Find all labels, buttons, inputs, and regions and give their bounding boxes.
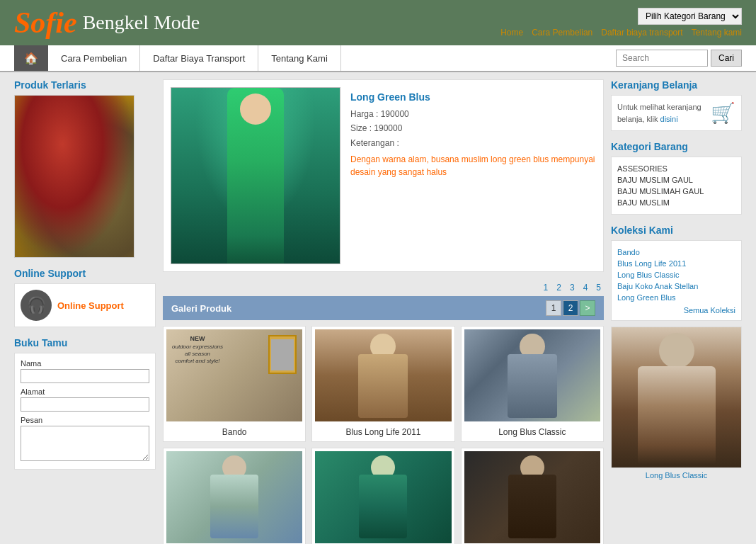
buku-tamu-section: Buku Tamu Nama Alamat Pesan <box>14 337 156 470</box>
gallery-label-blus-long-life[interactable]: Blus Long Life 2011 <box>315 426 451 438</box>
page-1[interactable]: 1 <box>541 282 551 293</box>
gallery-section: Galeri Produk 1 2 > NEWoutdoor expressio… <box>163 296 604 544</box>
koleksi-box: Bando Blus Long Life 2011 Long Blus Clas… <box>611 240 742 321</box>
cart-text: Untuk melihat keranjang belanja, klik di… <box>617 101 706 125</box>
keranjang-title: Keranjang Belanja <box>611 79 742 91</box>
featured-product-desc: Dengan warna alam, busana muslim long gr… <box>350 153 596 178</box>
kategori-baju-muslim[interactable]: BAJU MUSLIM <box>617 197 735 208</box>
keranjang-section: Keranjang Belanja Untuk melihat keranjan… <box>611 79 742 131</box>
koleksi-section: Koleksi Kami Bando Blus Long Life 2011 L… <box>611 225 742 480</box>
kategori-assesories[interactable]: ASSESORIES <box>617 163 735 174</box>
gallery-item-6 <box>461 448 604 544</box>
kategori-baju-muslim-gaul[interactable]: BAJU MUSLIM GAUL <box>617 174 735 186</box>
alamat-input[interactable] <box>21 397 149 412</box>
product-pagination: 1 2 3 4 5 <box>163 279 604 296</box>
product-image-inner <box>15 96 134 257</box>
gallery-img-blus <box>315 329 451 421</box>
cart-text-before: Untuk melihat keranjang belanja, klik <box>617 103 701 123</box>
logo-area: Sofie Bengkel Mode <box>14 6 200 40</box>
cart-link[interactable]: disini <box>660 115 678 123</box>
keranjang-box: Untuk melihat keranjang belanja, klik di… <box>611 95 742 131</box>
featured-image-inner <box>171 88 340 264</box>
tab-biaya-transport[interactable]: Daftar Biaya Transport <box>140 45 258 71</box>
headset-icon <box>21 290 52 321</box>
main-center-content: Long Green Blus Harga : 190000 Size : 19… <box>163 79 604 544</box>
produk-terlaris-section: Produk Terlaris <box>14 79 156 258</box>
page-2[interactable]: 2 <box>554 282 564 293</box>
logo-bengkel: Bengkel Mode <box>83 11 200 34</box>
gallery-page-2[interactable]: 2 <box>563 300 578 316</box>
search-button[interactable]: Cari <box>711 50 742 67</box>
featured-product-title[interactable]: Long Green Blus <box>350 91 596 103</box>
home-icon: 🏠 <box>24 52 38 65</box>
koleksi-baju-koko[interactable]: Baju Koko Anak Stellan <box>617 280 735 292</box>
top-nav-biaya-transport[interactable]: Daftar biaya transport <box>601 28 682 38</box>
top-nav-tentang-kami[interactable]: Tentang kami <box>692 28 742 38</box>
gallery-label-long-blus-classic[interactable]: Long Blus Classic <box>464 426 600 438</box>
main-content: Produk Terlaris Online Support Online Su… <box>0 72 756 544</box>
online-support-box: Online Support <box>14 283 156 327</box>
gallery-img-bando: NEWoutdoor expressionsall seasoncomfort … <box>166 329 302 421</box>
kategori-box: ASSESORIES BAJU MUSLIM GAUL BAJU MUSLIMA… <box>611 157 742 215</box>
top-nav-cara-pembelian[interactable]: Cara Pembelian <box>532 28 592 38</box>
pesan-label: Pesan <box>21 416 149 424</box>
gallery-header: Galeri Produk 1 2 > <box>163 296 604 320</box>
search-area: Cari <box>616 45 742 71</box>
gallery-item-4 <box>163 448 306 544</box>
logo-sofie: Sofie <box>14 6 77 40</box>
buku-tamu-form: Nama Alamat Pesan <box>14 353 156 470</box>
koleksi-long-blus-classic[interactable]: Long Blus Classic <box>617 269 735 280</box>
kategori-title: Kategori Barang <box>611 141 742 152</box>
koleksi-product-image <box>611 327 742 468</box>
gallery-frame-inner <box>271 339 294 370</box>
alamat-label: Alamat <box>21 387 149 396</box>
nama-label: Nama <box>21 359 149 368</box>
category-dropdown[interactable]: Pilih Kategori Barang <box>638 8 742 25</box>
gallery-img-4 <box>166 451 302 543</box>
gallery-grid: NEWoutdoor expressionsall seasoncomfort … <box>163 326 604 544</box>
featured-product-image <box>171 87 340 264</box>
koleksi-bando[interactable]: Bando <box>617 246 735 258</box>
right-sidebar: Keranjang Belanja Untuk melihat keranjan… <box>611 79 742 544</box>
page-5[interactable]: 5 <box>593 282 604 293</box>
koleksi-long-green-blus[interactable]: Long Green Blus <box>617 292 735 303</box>
featured-product-info: Long Green Blus Harga : 190000 Size : 19… <box>350 87 596 264</box>
page-3[interactable]: 3 <box>567 282 578 293</box>
page-4[interactable]: 4 <box>580 282 591 293</box>
search-input[interactable] <box>616 50 708 67</box>
gallery-next-button[interactable]: > <box>580 300 595 316</box>
koleksi-title: Koleksi Kami <box>611 225 742 236</box>
produk-terlaris-title: Produk Terlaris <box>14 79 156 91</box>
kategori-baju-muslimah-gaul[interactable]: BAJU MUSLIMAH GAUL <box>617 186 735 197</box>
kategori-section: Kategori Barang ASSESORIES BAJU MUSLIM G… <box>611 141 742 215</box>
gallery-title: Galeri Produk <box>171 303 231 314</box>
gallery-img-6 <box>464 451 600 543</box>
gallery-img-long-blus <box>464 329 600 421</box>
nama-input[interactable] <box>21 369 149 383</box>
buku-tamu-title: Buku Tamu <box>14 337 156 348</box>
tab-cara-pembelian[interactable]: Cara Pembelian <box>48 45 140 71</box>
category-select[interactable]: Pilih Kategori Barang <box>638 8 742 25</box>
koleksi-blus-long-life[interactable]: Blus Long Life 2011 <box>617 258 735 269</box>
featured-keterangan-label: Keterangan : <box>350 136 596 150</box>
header: Sofie Bengkel Mode Pilih Kategori Barang… <box>0 0 756 45</box>
top-nav: Home Cara Pembelian Daftar biaya transpo… <box>500 28 742 38</box>
pesan-textarea[interactable] <box>21 426 149 461</box>
top-nav-home[interactable]: Home <box>500 28 523 38</box>
navbar: 🏠 Cara Pembelian Daftar Biaya Transport … <box>0 45 756 72</box>
featured-product-panel: Long Green Blus Harga : 190000 Size : 19… <box>163 79 604 272</box>
cart-icon: 🛒 <box>711 101 735 125</box>
gallery-item-bando: NEWoutdoor expressionsall seasoncomfort … <box>163 326 306 442</box>
left-sidebar: Produk Terlaris Online Support Online Su… <box>14 79 156 544</box>
semua-koleksi-link[interactable]: Semua Koleksi <box>617 306 735 314</box>
featured-product-details: Harga : 190000 Size : 190000 Keterangan … <box>350 107 596 150</box>
online-support-title: Online Support <box>14 268 156 279</box>
gallery-label-bando[interactable]: Bando <box>166 426 302 438</box>
gallery-img-5 <box>315 451 451 543</box>
tab-tentang-kami[interactable]: Tentang Kami <box>258 45 341 71</box>
gallery-item-blus-long-life: Blus Long Life 2011 <box>311 326 454 442</box>
nav-home-button[interactable]: 🏠 <box>14 45 48 71</box>
koleksi-image-label[interactable]: Long Blus Classic <box>611 471 742 480</box>
gallery-page-1[interactable]: 1 <box>546 300 561 316</box>
online-support-label: Online Support <box>57 300 124 311</box>
